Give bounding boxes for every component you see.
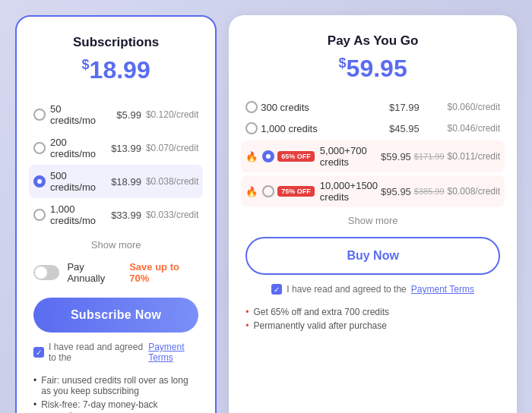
right-plan-credits-1: 300 credits bbox=[261, 102, 354, 113]
badge-3: 65% OFF bbox=[277, 151, 315, 162]
right-agree-row: I have read and agreed to the Payment Te… bbox=[245, 284, 500, 295]
left-price-value: 18.99 bbox=[90, 56, 150, 84]
plan-price-4: $33.99 bbox=[106, 210, 141, 221]
left-benefits-list: Fair: unused credits roll over as long a… bbox=[33, 374, 198, 413]
left-payment-terms-link[interactable]: Payment Terms bbox=[148, 342, 198, 363]
save-label: Save up to 70% bbox=[129, 261, 198, 284]
buy-now-button[interactable]: Buy Now bbox=[245, 237, 500, 275]
right-plan-price-3: $59.95 bbox=[375, 151, 410, 162]
right-plan-per-credit-3: $0.011/credit bbox=[448, 151, 500, 162]
plan-price-1: $5.99 bbox=[106, 109, 141, 121]
benefit-1: Fair: unused credits roll over as long a… bbox=[33, 374, 198, 398]
right-plan-strikethrough-4: $385.99 bbox=[414, 187, 445, 196]
plan-credits-4: 1,000 credits/mo bbox=[50, 203, 102, 226]
right-plan-row-4[interactable]: 🔥 75% OFF 10,000+1500 credits $95.95 $38… bbox=[241, 175, 505, 207]
right-plan-price-1: $17.99 bbox=[357, 102, 420, 113]
right-plan-strikethrough-3: $171.99 bbox=[414, 152, 445, 161]
right-benefit-1: Get 65% off and extra 700 credits bbox=[245, 305, 500, 319]
plan-credits-1: 50 credits/mo bbox=[50, 103, 102, 126]
right-plan-radio-4[interactable] bbox=[262, 185, 274, 197]
benefit-2: Risk-free: 7-day money-back guarantee bbox=[33, 398, 198, 413]
right-plan-row-2[interactable]: 1,000 credits $45.95 $0.046/credit bbox=[245, 118, 500, 139]
plan-radio-1[interactable] bbox=[33, 109, 46, 121]
pay-as-you-go-card: Pay As You Go $59.95 300 credits $17.99 … bbox=[229, 15, 517, 413]
left-card-title: Subscriptions bbox=[33, 35, 198, 50]
plan-per-credit-4: $0.033/credit bbox=[146, 210, 198, 220]
right-plan-price-2: $45.95 bbox=[357, 123, 420, 134]
left-agree-checkbox[interactable] bbox=[33, 347, 44, 358]
left-show-more[interactable]: Show more bbox=[33, 239, 198, 251]
left-agree-row: I have read and agreed to the Payment Te… bbox=[33, 342, 198, 363]
plan-per-credit-3: $0.038/credit bbox=[146, 176, 198, 187]
right-plan-per-credit-4: $0.008/credit bbox=[448, 186, 500, 197]
pricing-container: Subscriptions $18.99 50 credits/mo $5.99… bbox=[0, 0, 532, 413]
left-price-symbol: $ bbox=[82, 57, 90, 72]
fire-icon-4: 🔥 bbox=[245, 186, 258, 197]
right-payment-terms-link[interactable]: Payment Terms bbox=[411, 284, 474, 295]
plan-per-credit-1: $0.120/credit bbox=[146, 109, 198, 120]
right-plan-row-3[interactable]: 🔥 65% OFF 5,000+700 credits $59.95 $171.… bbox=[241, 140, 505, 172]
annual-toggle[interactable] bbox=[33, 265, 59, 280]
plan-price-3: $18.99 bbox=[106, 176, 141, 188]
right-plan-radio-3[interactable] bbox=[262, 150, 274, 162]
plan-radio-4[interactable] bbox=[33, 209, 46, 221]
plan-per-credit-2: $0.070/credit bbox=[146, 143, 198, 153]
plan-price-2: $13.99 bbox=[106, 143, 141, 154]
right-plan-radio-1[interactable] bbox=[245, 101, 258, 113]
plan-credits-3: 500 credits/mo bbox=[50, 170, 102, 193]
right-plans-list: 300 credits $17.99 $0.060/credit 1,000 c… bbox=[245, 96, 500, 207]
plan-row-4[interactable]: 1,000 credits/mo $33.99 $0.033/credit bbox=[33, 198, 198, 232]
left-card-price: $18.99 bbox=[33, 56, 198, 84]
right-agree-text: I have read and agreed to the bbox=[287, 284, 406, 295]
right-price-symbol: $ bbox=[339, 55, 347, 71]
right-plan-credits-4: 10,000+1500 credits bbox=[320, 180, 378, 203]
subscribe-button[interactable]: Subscribe Now bbox=[33, 298, 198, 333]
left-plans-list: 50 credits/mo $5.99 $0.120/credit 200 cr… bbox=[33, 98, 198, 232]
plan-radio-2[interactable] bbox=[33, 142, 46, 154]
right-benefit-2: Permanently valid after purchase bbox=[245, 319, 500, 333]
right-plan-credits-3: 5,000+700 credits bbox=[320, 145, 373, 168]
toggle-label: Pay Annually bbox=[67, 261, 122, 284]
right-plan-row-1[interactable]: 300 credits $17.99 $0.060/credit bbox=[245, 96, 500, 118]
right-agree-checkbox[interactable] bbox=[271, 284, 282, 295]
right-show-more[interactable]: Show more bbox=[245, 215, 500, 226]
plan-row-3[interactable]: 500 credits/mo $18.99 $0.038/credit bbox=[29, 165, 203, 198]
subscriptions-card: Subscriptions $18.99 50 credits/mo $5.99… bbox=[15, 15, 217, 413]
right-plan-per-credit-2: $0.046/credit bbox=[423, 123, 500, 134]
right-plan-credits-2: 1,000 credits bbox=[261, 123, 354, 134]
plan-row-2[interactable]: 200 credits/mo $13.99 $0.070/credit bbox=[33, 131, 198, 165]
right-card-title: Pay As You Go bbox=[245, 33, 500, 49]
plan-radio-3[interactable] bbox=[33, 175, 46, 188]
right-plan-price-4: $95.95 bbox=[381, 186, 411, 197]
left-agree-text: I have read and agreed to the bbox=[49, 342, 144, 363]
fire-icon-3: 🔥 bbox=[245, 151, 258, 162]
right-plan-per-credit-1: $0.060/credit bbox=[423, 102, 500, 112]
plan-credits-2: 200 credits/mo bbox=[50, 137, 102, 159]
badge-4: 75% OFF bbox=[277, 186, 315, 197]
right-card-price: $59.95 bbox=[245, 55, 500, 83]
right-price-value: 59.95 bbox=[347, 55, 407, 82]
right-plan-radio-2[interactable] bbox=[245, 122, 258, 134]
right-benefits-list: Get 65% off and extra 700 credits Perman… bbox=[245, 305, 500, 333]
plan-row-1[interactable]: 50 credits/mo $5.99 $0.120/credit bbox=[33, 98, 198, 131]
toggle-row: Pay Annually Save up to 70% bbox=[33, 261, 198, 284]
